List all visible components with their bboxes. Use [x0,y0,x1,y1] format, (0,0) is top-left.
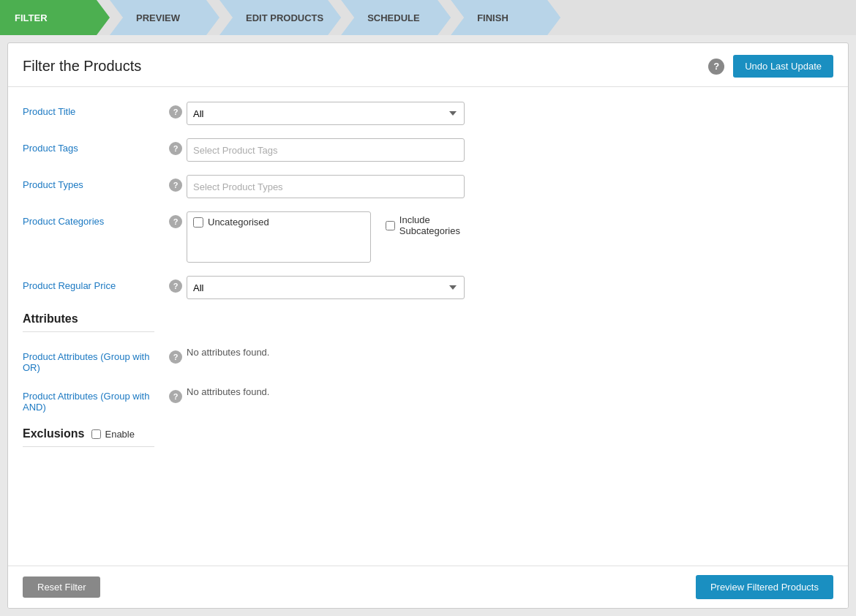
attributes-section: Attributes Product Attributes (Group wit… [23,312,833,413]
product-attributes-or-row: Product Attributes (Group with OR) ? No … [23,347,833,373]
product-categories-help: ? [169,211,187,228]
product-attributes-and-help-icon[interactable]: ? [169,390,182,403]
wizard-bar: FILTER PREVIEW EDIT PRODUCTS SCHEDULE FI… [0,0,856,35]
wizard-step-edit-products[interactable]: EDIT PRODUCTS [219,0,341,35]
product-title-control: All [187,102,465,125]
include-subcategories-wrap: Include Subcategories [386,211,465,236]
exclusion-enable-checkbox[interactable] [91,429,101,439]
product-tags-row: Product Tags ? [23,138,833,162]
wizard-step-finish-label: FINISH [477,12,508,23]
wizard-step-edit-products-label: EDIT PRODUCTS [246,12,323,23]
exclusions-row: Exclusions Enable [23,427,833,440]
product-tags-help: ? [169,138,187,155]
main-wrapper: Filter the Products ? Undo Last Update P… [0,35,856,616]
product-attributes-and-value: No attributes found. [187,383,269,397]
category-item-uncategorised[interactable]: Uncategorised [190,215,367,229]
product-title-label: Product Title [23,102,169,117]
header-right: ? Undo Last Update [708,55,833,78]
product-title-select[interactable]: All [187,102,465,125]
product-attributes-or-help-icon[interactable]: ? [169,350,182,364]
product-attributes-and-label: Product Attributes (Group with AND) [23,386,169,413]
wizard-step-schedule-label: SCHEDULE [367,12,420,23]
product-attributes-or-help: ? [169,347,187,364]
categories-wrap: Uncategorised Include Subcategories [187,211,465,263]
exclusion-enable-wrap: Enable [91,429,134,440]
wizard-step-schedule[interactable]: SCHEDULE [341,0,451,35]
product-title-row: Product Title ? All [23,102,833,125]
reset-filter-button[interactable]: Reset Filter [23,576,100,598]
product-attributes-and-help: ? [169,386,187,403]
preview-filtered-products-button[interactable]: Preview Filtered Products [696,575,833,599]
product-categories-label: Product Categories [23,211,169,227]
attributes-section-title: Attributes [23,312,833,326]
attributes-divider [23,331,154,332]
product-regular-price-control: All [187,276,465,299]
product-regular-price-help: ? [169,276,187,293]
product-categories-help-icon[interactable]: ? [169,215,182,228]
product-attributes-and-control: No attributes found. [187,386,465,397]
include-subcategories-checkbox[interactable] [386,221,395,230]
wizard-step-preview-label: PREVIEW [136,12,180,23]
product-regular-price-row: Product Regular Price ? All [23,276,833,299]
product-types-label: Product Types [23,175,169,190]
product-types-input[interactable] [187,175,465,198]
product-tags-input[interactable] [187,138,465,162]
product-attributes-and-row: Product Attributes (Group with AND) ? No… [23,386,833,413]
product-categories-row: Product Categories ? Uncategorised [23,211,833,263]
form-body: Product Title ? All Product Tags ? [8,87,848,566]
product-title-help: ? [169,102,187,119]
product-attributes-or-label: Product Attributes (Group with OR) [23,347,169,373]
product-tags-help-icon[interactable]: ? [169,142,182,155]
exclusion-enable-label: Enable [105,429,134,440]
wizard-step-filter[interactable]: FILTER [0,0,110,35]
include-subcategories-label: Include Subcategories [399,214,465,236]
product-attributes-or-value: No attributes found. [187,344,269,358]
card-header: Filter the Products ? Undo Last Update [8,43,848,87]
product-regular-price-label: Product Regular Price [23,276,169,291]
exclusions-section: Exclusions Enable [23,427,833,447]
product-attributes-or-control: No attributes found. [187,347,465,358]
page-title: Filter the Products [23,58,141,75]
product-categories-control: Uncategorised Include Subcategories [187,211,465,263]
product-regular-price-help-icon[interactable]: ? [169,279,182,293]
exclusions-divider [23,446,154,447]
product-tags-control [187,138,465,162]
product-types-help: ? [169,175,187,192]
exclusions-title: Exclusions [23,427,84,440]
category-listbox[interactable]: Uncategorised [187,211,371,263]
product-types-row: Product Types ? [23,175,833,198]
product-types-control [187,175,465,198]
product-types-help-icon[interactable]: ? [169,179,182,192]
content-card: Filter the Products ? Undo Last Update P… [7,42,849,609]
product-regular-price-select[interactable]: All [187,276,465,299]
wizard-step-finish[interactable]: FINISH [451,0,560,35]
product-title-help-icon[interactable]: ? [169,105,182,119]
undo-last-update-button[interactable]: Undo Last Update [733,55,833,78]
product-tags-label: Product Tags [23,138,169,154]
help-icon[interactable]: ? [708,59,724,75]
wizard-step-preview[interactable]: PREVIEW [110,0,219,35]
wizard-step-filter-label: FILTER [15,12,48,23]
card-footer: Reset Filter Preview Filtered Products [8,566,848,608]
category-checkbox-uncategorised[interactable] [193,217,203,228]
category-label-uncategorised: Uncategorised [208,217,269,228]
